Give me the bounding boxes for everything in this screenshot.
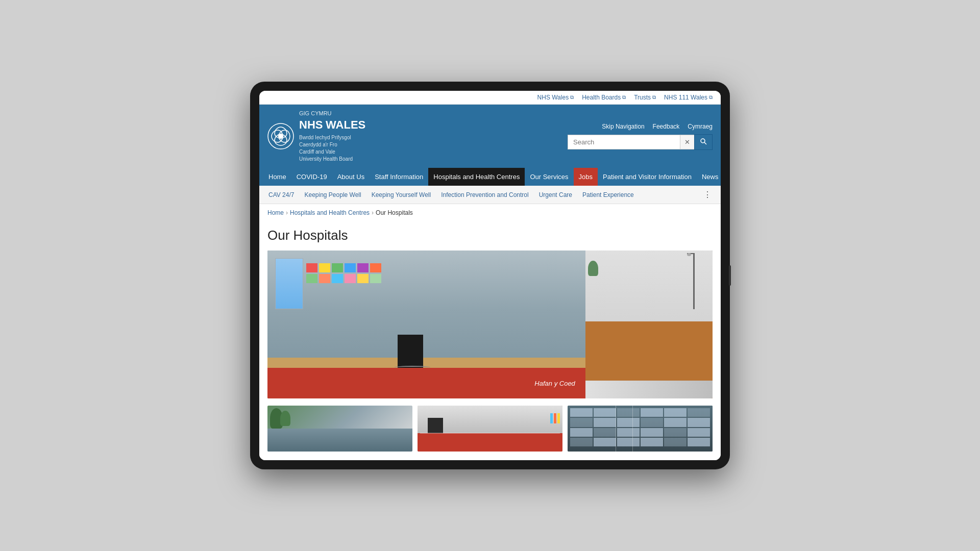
breadcrumb-current: Our Hospitals	[376, 209, 413, 216]
search-input[interactable]	[568, 135, 680, 149]
site-header: GIG CYMRU NHS WALES Bwrdd Iechyd Prifysg…	[259, 105, 721, 168]
feedback-link[interactable]: Feedback	[653, 123, 680, 130]
nav-jobs[interactable]: Jobs	[574, 168, 598, 186]
main-hospital-image: Hafan y Coed	[267, 251, 713, 398]
breadcrumb-sep-1: ›	[286, 209, 288, 216]
logo-line4: University Health Board	[299, 156, 365, 163]
search-icon	[700, 138, 707, 145]
search-clear-button[interactable]: ✕	[680, 135, 694, 149]
nav-home[interactable]: Home	[263, 168, 291, 186]
subnav-experience[interactable]: Patient Experience	[577, 187, 639, 203]
building-name-text: Hafan y Coed	[534, 380, 575, 387]
cymraeg-link[interactable]: Cymraeg	[688, 123, 713, 130]
nav-staff[interactable]: Staff Information	[370, 168, 428, 186]
breadcrumb: Home › Hospitals and Health Centres › Ou…	[259, 204, 721, 221]
health-boards-label: Health Boards	[582, 94, 621, 101]
header-links: Skip Navigation Feedback Cymraeg	[602, 123, 713, 130]
nav-patient[interactable]: Patient and Visitor Information	[598, 168, 697, 186]
building-facade: Hafan y Coed	[267, 251, 585, 398]
logo-area: GIG CYMRU NHS WALES Bwrdd Iechyd Prifysg…	[267, 110, 365, 163]
tablet-screen: NHS Wales ⧉ Health Boards ⧉ Trusts ⧉ NHS…	[259, 91, 721, 460]
hospital-thumb-1[interactable]	[267, 406, 412, 452]
nhs-wales-label: NHS Wales	[537, 94, 569, 101]
logo-nhs: NHS WALES	[299, 117, 365, 133]
search-submit-button[interactable]	[694, 134, 713, 150]
nhs111-label: NHS 111 Wales	[664, 94, 707, 101]
subnav-infection[interactable]: Infection Prevention and Control	[436, 187, 533, 203]
subnav-more-button[interactable]: ⋮	[698, 186, 717, 204]
nav-covid[interactable]: COVID-19	[291, 168, 332, 186]
utility-bar: NHS Wales ⧉ Health Boards ⧉ Trusts ⧉ NHS…	[259, 91, 721, 105]
search-bar: ✕	[568, 134, 713, 150]
power-button[interactable]	[729, 265, 731, 286]
logo-line1: Bwrdd Iechyd Prifysgol	[299, 134, 365, 141]
subnav-cav[interactable]: CAV 24/7	[263, 187, 299, 203]
skip-nav-link[interactable]: Skip Navigation	[602, 123, 644, 130]
tablet-frame: NHS Wales ⧉ Health Boards ⧉ Trusts ⧉ NHS…	[250, 82, 730, 469]
nav-news[interactable]: News	[697, 168, 721, 186]
svg-line-3	[704, 142, 706, 144]
hospital-thumb-3[interactable]	[568, 406, 713, 452]
nhs-logo-icon	[267, 123, 294, 149]
svg-point-2	[701, 139, 705, 143]
health-boards-link[interactable]: Health Boards ⧉	[582, 94, 626, 101]
header-right: Skip Navigation Feedback Cymraeg ✕	[568, 123, 713, 150]
page-title: Our Hospitals	[267, 228, 713, 243]
external-icon-3: ⧉	[652, 94, 656, 101]
logo-line2: Caerdydd a'r Fro	[299, 141, 365, 148]
subnav-keeping-well[interactable]: Keeping People Well	[299, 187, 366, 203]
nhs111-link[interactable]: NHS 111 Wales ⧉	[664, 94, 713, 101]
sub-nav: CAV 24/7 Keeping People Well Keeping You…	[259, 186, 721, 204]
nav-hospitals[interactable]: Hospitals and Health Centres	[428, 168, 525, 186]
trusts-link[interactable]: Trusts ⧉	[634, 94, 656, 101]
external-icon-4: ⧉	[709, 94, 713, 101]
subnav-keeping-yourself[interactable]: Keeping Yourself Well	[366, 187, 436, 203]
trusts-label: Trusts	[634, 94, 651, 101]
breadcrumb-home[interactable]: Home	[267, 209, 284, 216]
nhs-wales-link[interactable]: NHS Wales ⧉	[537, 94, 574, 101]
subnav-urgent[interactable]: Urgent Care	[534, 187, 577, 203]
nav-services[interactable]: Our Services	[525, 168, 573, 186]
breadcrumb-sep-2: ›	[372, 209, 374, 216]
logo-text: GIG CYMRU NHS WALES Bwrdd Iechyd Prifysg…	[299, 110, 365, 163]
breadcrumb-hospitals[interactable]: Hospitals and Health Centres	[290, 209, 370, 216]
building-side	[585, 251, 713, 398]
content-area: Our Hospitals	[259, 221, 721, 460]
logo-welsh-name: GIG CYMRU	[299, 110, 365, 117]
main-nav: Home COVID-19 About Us Staff Information…	[259, 168, 721, 186]
nav-about[interactable]: About Us	[332, 168, 370, 186]
external-icon-2: ⧉	[622, 94, 626, 101]
hospital-thumb-2[interactable]	[418, 406, 562, 452]
thumbnails-row	[267, 406, 713, 452]
external-icon-1: ⧉	[570, 94, 574, 101]
logo-line3: Cardiff and Vale	[299, 148, 365, 156]
